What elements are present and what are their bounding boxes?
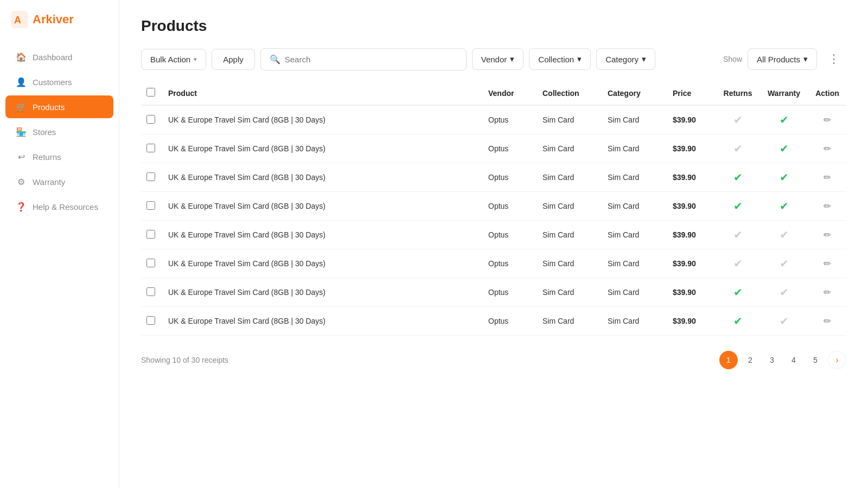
edit-icon[interactable]: ✏ [824,201,831,211]
sidebar-item-warranty[interactable]: ⚙ Warranty [5,170,113,193]
chevron-down-icon: ▾ [642,54,646,64]
collection-name: Sim Card [537,163,602,192]
sidebar-item-label: Warranty [33,177,65,187]
col-header-vendor: Vendor [483,81,537,105]
returns-active-icon: ✔ [733,171,743,183]
warranty-inactive-icon: ✔ [780,258,789,269]
page-btn-3[interactable]: 3 [763,351,781,369]
collection-filter-button[interactable]: Collection ▾ [529,48,591,70]
col-header-category: Category [602,81,667,105]
table-row: UK & Europe Travel Sim Card (8GB | 30 Da… [141,249,846,278]
category-label: Category [605,55,639,64]
col-header-warranty: Warranty [760,81,808,105]
page-btn-5[interactable]: 5 [806,351,825,369]
returns-status: ✔ [716,192,760,221]
search-icon: 🔍 [270,54,280,65]
warranty-status: ✔ [760,134,808,163]
returns-status: ✔ [716,278,760,307]
apply-button[interactable]: Apply [212,49,255,70]
product-name: UK & Europe Travel Sim Card (8GB | 30 Da… [163,192,483,221]
warranty-icon: ⚙ [16,177,26,187]
table-row: UK & Europe Travel Sim Card (8GB | 30 Da… [141,278,846,307]
warranty-inactive-icon: ✔ [780,286,789,298]
col-header-product: Product [163,81,483,105]
warranty-active-icon: ✔ [780,114,789,126]
page-btn-1[interactable]: 1 [719,351,738,369]
collection-name: Sim Card [537,307,602,336]
customers-icon: 👤 [16,77,26,87]
sidebar-item-customers[interactable]: 👤 Customers [5,70,113,93]
sidebar-item-returns[interactable]: ↩ Returns [5,145,113,168]
row-checkbox[interactable] [146,115,155,124]
table-row: UK & Europe Travel Sim Card (8GB | 30 Da… [141,307,846,336]
returns-status: ✔ [716,163,760,192]
action-cell: ✏ [808,249,846,278]
edit-icon[interactable]: ✏ [824,230,831,240]
warranty-status: ✔ [760,105,808,134]
edit-icon[interactable]: ✏ [824,287,831,298]
sidebar-item-products[interactable]: 🛒 Products [5,95,113,118]
page-btn-4[interactable]: 4 [784,351,803,369]
sidebar-item-help[interactable]: ❓ Help & Resources [5,195,113,218]
edit-icon[interactable]: ✏ [824,115,831,125]
row-checkbox[interactable] [146,201,155,210]
product-price: $39.90 [667,105,716,134]
row-checkbox[interactable] [146,316,155,325]
page-btn-2[interactable]: 2 [741,351,760,369]
returns-status: ✔ [716,221,760,249]
table-row: UK & Europe Travel Sim Card (8GB | 30 Da… [141,192,846,221]
sidebar-item-label: Help & Resources [33,202,98,211]
next-page-button[interactable]: › [828,351,846,369]
edit-icon[interactable]: ✏ [824,172,831,183]
returns-active-icon: ✔ [733,200,743,212]
returns-inactive-icon: ✔ [733,229,743,241]
row-checkbox[interactable] [146,259,155,267]
warranty-status: ✔ [760,192,808,221]
category-name: Sim Card [602,192,667,221]
edit-icon[interactable]: ✏ [824,316,831,326]
product-price: $39.90 [667,278,716,307]
sidebar-item-dashboard[interactable]: 🏠 Dashboard [5,46,113,68]
action-cell: ✏ [808,105,846,134]
brand-name: Arkiver [33,12,74,27]
col-header-action: Action [808,81,846,105]
collection-name: Sim Card [537,134,602,163]
show-label: Show [723,55,742,63]
returns-status: ✔ [716,307,760,336]
returns-status: ✔ [716,105,760,134]
product-price: $39.90 [667,249,716,278]
sidebar-item-label: Customers [33,78,72,87]
logo: A Arkiver [0,11,119,44]
table-row: UK & Europe Travel Sim Card (8GB | 30 Da… [141,134,846,163]
search-input[interactable] [285,55,457,64]
select-all-checkbox[interactable] [146,88,155,97]
category-filter-button[interactable]: Category ▾ [596,48,655,70]
warranty-inactive-icon: ✔ [780,315,789,327]
row-checkbox[interactable] [146,172,155,181]
category-name: Sim Card [602,249,667,278]
returns-inactive-icon: ✔ [733,258,743,269]
warranty-status: ✔ [760,278,808,307]
edit-icon[interactable]: ✏ [824,259,831,269]
show-dropdown-button[interactable]: All Products ▾ [748,48,817,70]
sidebar-item-label: Stores [33,127,56,137]
row-checkbox[interactable] [146,287,155,296]
sidebar-item-stores[interactable]: 🏪 Stores [5,120,113,143]
sidebar-item-label: Products [33,102,65,112]
products-icon: 🛒 [16,102,26,112]
product-price: $39.90 [667,134,716,163]
vendor-filter-button[interactable]: Vendor ▾ [472,48,524,70]
more-options-button[interactable]: ⋮ [822,48,846,70]
row-checkbox[interactable] [146,230,155,239]
col-header-collection: Collection [537,81,602,105]
action-cell: ✏ [808,163,846,192]
search-box: 🔍 [260,48,467,70]
bulk-action-button[interactable]: Bulk Action ▾ [141,49,206,70]
chevron-down-icon: ▾ [577,54,582,64]
main-content: Products Bulk Action ▾ Apply 🔍 Vendor ▾ … [119,0,868,488]
edit-icon[interactable]: ✏ [824,144,831,154]
vendor-name: Optus [483,221,537,249]
returns-active-icon: ✔ [733,315,743,327]
category-name: Sim Card [602,278,667,307]
row-checkbox[interactable] [146,144,155,152]
